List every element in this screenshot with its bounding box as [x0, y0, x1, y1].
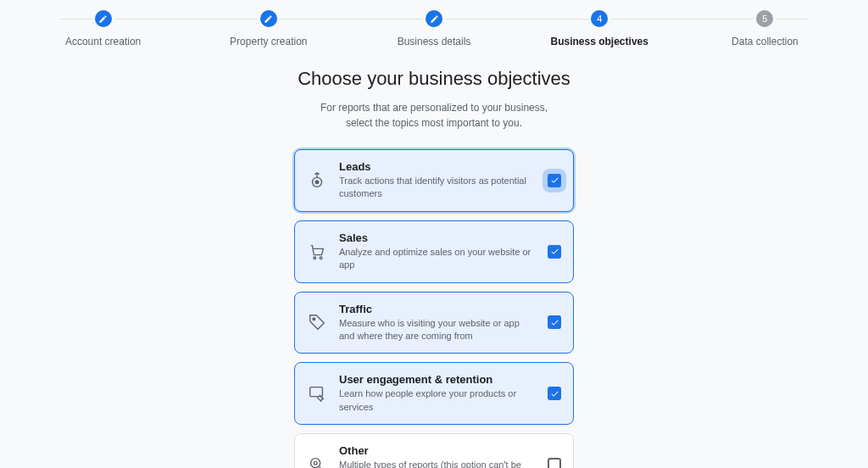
- step-label: Data collection: [732, 36, 798, 47]
- svg-point-7: [313, 318, 315, 320]
- svg-point-1: [315, 181, 319, 184]
- objective-card-other[interactable]: Other Multiple types of reports (this op…: [294, 433, 574, 468]
- objective-card-sales[interactable]: Sales Analyze and optimize sales on your…: [294, 220, 574, 283]
- checkbox-sales[interactable]: [548, 245, 561, 259]
- step-number-icon: 5: [756, 10, 773, 27]
- card-title: Other: [339, 444, 536, 457]
- svg-point-9: [311, 459, 320, 468]
- page-title: Choose your business objectives: [298, 68, 570, 90]
- step-label: Business details: [398, 36, 471, 47]
- subtitle-line1: For reports that are personalized to you…: [320, 102, 548, 114]
- step-data-collection: 5 Data collection: [682, 10, 848, 47]
- magnifier-icon: [307, 454, 327, 468]
- card-desc: Track actions that identify visitors as …: [339, 175, 536, 201]
- step-number: 4: [597, 14, 602, 24]
- svg-point-5: [314, 257, 316, 259]
- objective-card-leads[interactable]: Leads Track actions that identify visito…: [294, 149, 574, 212]
- checkbox-leads[interactable]: [548, 174, 561, 187]
- pencil-icon: [426, 10, 442, 27]
- step-label: Business objectives: [551, 36, 648, 47]
- objective-options: Leads Track actions that identify visito…: [294, 149, 574, 468]
- monitor-cursor-icon: [307, 383, 327, 404]
- card-title: Leads: [339, 160, 536, 173]
- cart-icon: [307, 242, 327, 262]
- objective-card-traffic[interactable]: Traffic Measure who is visiting your web…: [294, 292, 574, 354]
- checkbox-traffic[interactable]: [548, 315, 561, 329]
- page-subtitle: For reports that are personalized to you…: [320, 100, 548, 131]
- card-desc: Learn how people explore your products o…: [339, 387, 536, 414]
- step-account-creation[interactable]: Account creation: [20, 10, 186, 47]
- step-label: Property creation: [230, 36, 307, 47]
- stepper: Account creation Property creation Busin…: [0, 0, 868, 47]
- tag-icon: [307, 312, 327, 332]
- svg-point-11: [314, 461, 317, 465]
- card-desc: Measure who is visiting your website or …: [339, 317, 536, 343]
- step-business-objectives: 4 Business objectives: [517, 10, 682, 47]
- pencil-icon: [260, 10, 277, 27]
- checkbox-other[interactable]: [548, 458, 561, 468]
- card-title: Sales: [339, 231, 536, 244]
- target-icon: [307, 170, 327, 191]
- step-label: Account creation: [65, 36, 141, 47]
- card-title: User engagement & retention: [339, 373, 536, 386]
- objective-card-engagement[interactable]: User engagement & retention Learn how pe…: [294, 362, 574, 425]
- card-desc: Multiple types of reports (this option c…: [339, 459, 536, 468]
- step-business-details[interactable]: Business details: [351, 10, 516, 47]
- card-title: Traffic: [339, 303, 536, 315]
- subtitle-line2: select the topics most important to you.: [346, 117, 522, 129]
- step-number-icon: 4: [591, 10, 608, 27]
- card-desc: Analyze and optimize sales on your websi…: [339, 246, 536, 272]
- svg-point-6: [320, 257, 322, 259]
- step-property-creation[interactable]: Property creation: [186, 10, 351, 47]
- checkbox-engagement[interactable]: [548, 387, 561, 400]
- main-content: Choose your business objectives For repo…: [0, 47, 868, 468]
- pencil-icon: [95, 10, 112, 27]
- step-number: 5: [762, 14, 767, 24]
- svg-rect-8: [310, 387, 323, 397]
